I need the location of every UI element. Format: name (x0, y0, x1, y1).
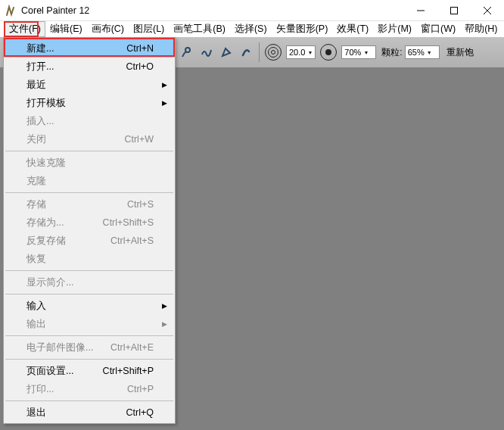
size-preview-icon[interactable] (265, 44, 282, 61)
grain-label: 颗粒: (381, 46, 402, 59)
menu-item-label: 输入 (26, 300, 46, 313)
menu-item[interactable]: 新建...Ctrl+N (4, 39, 175, 58)
menu-separator (5, 294, 173, 294)
menu-shortcut: Ctrl+Alt+S (110, 235, 154, 246)
menubar: 文件(F)编辑(E)画布(C)图层(L)画笔工具(B)选择(S)矢量图形(P)效… (0, 21, 504, 37)
menu-item-5[interactable]: 选择(S) (230, 21, 272, 37)
size-input[interactable]: 20.0 ▼ (286, 45, 316, 59)
svg-rect-1 (451, 7, 458, 14)
menu-item-label: 克隆 (26, 175, 46, 188)
paint-tool-icon[interactable] (238, 44, 254, 61)
menu-item: 克隆 (4, 172, 175, 190)
menu-item-7[interactable]: 效果(T) (332, 21, 373, 37)
menu-item-2[interactable]: 画布(C) (87, 21, 129, 37)
file-menu-dropdown: 新建...Ctrl+N打开...Ctrl+O最近▶打开模板▶插入...关闭Ctr… (3, 37, 176, 424)
menu-item: 输出▶ (4, 315, 175, 333)
opacity-value: 70% (344, 48, 361, 57)
menu-item-8[interactable]: 影片(M) (373, 21, 416, 37)
menu-item-4[interactable]: 画笔工具(B) (169, 21, 230, 37)
menu-item: 存储Ctrl+S (4, 195, 175, 213)
menu-item: 电子邮件图像...Ctrl+Alt+E (4, 338, 175, 357)
app-title: Corel Painter 12 (21, 5, 89, 16)
toolbar-separator (259, 42, 260, 62)
chevron-right-icon: ▶ (162, 320, 167, 328)
menu-item[interactable]: 打开...Ctrl+O (4, 58, 175, 76)
chevron-right-icon: ▶ (162, 81, 167, 89)
menu-item-6[interactable]: 矢量图形(P) (272, 21, 333, 37)
menu-item-label: 打开... (26, 61, 54, 73)
stroke-tool-icon[interactable] (198, 44, 215, 61)
menu-item-0[interactable]: 文件(F) (5, 21, 45, 37)
chevron-down-icon: ▼ (307, 50, 313, 55)
menu-item-label: 打印... (26, 383, 54, 396)
menu-item-label: 存储 (26, 198, 46, 211)
brush-tool-icon[interactable] (179, 44, 195, 61)
menu-shortcut: Ctrl+P (127, 384, 154, 394)
minimize-button[interactable] (404, 0, 437, 20)
menu-separator (5, 192, 173, 193)
menu-separator (5, 335, 173, 336)
menu-item-label: 新建... (26, 42, 54, 55)
menu-item-label: 反复存储 (26, 235, 66, 248)
app-icon (5, 5, 17, 17)
menu-shortcut: Ctrl+N (126, 43, 154, 54)
window-controls (404, 0, 504, 20)
menu-item: 关闭Ctrl+W (4, 130, 175, 148)
menu-item: 显示简介... (4, 273, 175, 291)
close-button[interactable] (471, 0, 504, 20)
menu-item[interactable]: 最近▶ (4, 76, 175, 94)
menu-item-label: 页面设置... (26, 365, 73, 378)
titlebar: Corel Painter 12 (0, 0, 504, 21)
menu-item[interactable]: 页面设置...Ctrl+Shift+P (4, 362, 175, 380)
menu-item-label: 关闭 (26, 133, 46, 146)
menu-shortcut: Ctrl+Shift+S (103, 217, 154, 228)
chevron-right-icon: ▶ (162, 302, 167, 310)
menu-item-label: 打开模板 (26, 97, 66, 110)
menu-item[interactable]: 打开模板▶ (4, 94, 175, 112)
menu-shortcut: Ctrl+S (127, 199, 154, 210)
menu-shortcut: Ctrl+Alt+E (110, 342, 154, 353)
menu-separator (5, 151, 173, 151)
menu-item: 打印...Ctrl+P (4, 380, 175, 398)
maximize-button[interactable] (437, 0, 471, 20)
menu-item-10[interactable]: 帮助(H) (460, 21, 502, 37)
opacity-preview-icon[interactable] (320, 44, 337, 61)
menu-item: 存储为...Ctrl+Shift+S (4, 213, 175, 232)
menu-item-label: 恢复 (26, 253, 46, 266)
menu-item: 反复存储Ctrl+Alt+S (4, 232, 175, 250)
size-value: 20.0 (289, 48, 305, 57)
menu-shortcut: Ctrl+O (126, 61, 154, 72)
menu-item[interactable]: 输入▶ (4, 297, 175, 315)
chevron-down-icon: ▼ (427, 50, 432, 55)
menu-item-label: 输出 (26, 318, 46, 331)
menu-separator (5, 359, 173, 360)
menu-item-9[interactable]: 窗口(W) (416, 21, 460, 37)
chevron-right-icon: ▶ (162, 99, 167, 107)
refill-button[interactable]: 重新饱 (446, 46, 474, 59)
menu-separator (5, 270, 173, 271)
menu-item-label: 显示简介... (26, 276, 73, 289)
opacity-input[interactable]: 70% ▼ (341, 45, 376, 59)
menu-item-label: 存储为... (26, 217, 64, 229)
grain-input[interactable]: 65% ▼ (405, 45, 440, 59)
menu-item-label: 最近 (26, 79, 46, 92)
menu-item-label: 快速克隆 (26, 157, 66, 170)
menu-item-3[interactable]: 图层(L) (129, 21, 169, 37)
menu-item-label: 电子邮件图像... (26, 341, 93, 354)
menu-item: 恢复 (4, 250, 175, 268)
grain-value: 65% (408, 48, 425, 57)
svg-point-4 (185, 48, 190, 52)
menu-item: 插入... (4, 112, 175, 130)
menu-shortcut: Ctrl+Q (126, 407, 154, 418)
menu-shortcut: Ctrl+Shift+P (103, 366, 154, 376)
menu-item[interactable]: 退出Ctrl+Q (4, 404, 175, 422)
menu-separator (5, 400, 173, 401)
menu-shortcut: Ctrl+W (124, 134, 154, 145)
chevron-down-icon: ▼ (363, 50, 369, 55)
menu-item-1[interactable]: 编辑(E) (45, 21, 87, 37)
shape-tool-icon[interactable] (218, 44, 235, 61)
menu-item: 快速克隆 (4, 154, 175, 172)
menu-item-label: 插入... (26, 115, 54, 128)
menu-item-label: 退出 (26, 407, 46, 419)
